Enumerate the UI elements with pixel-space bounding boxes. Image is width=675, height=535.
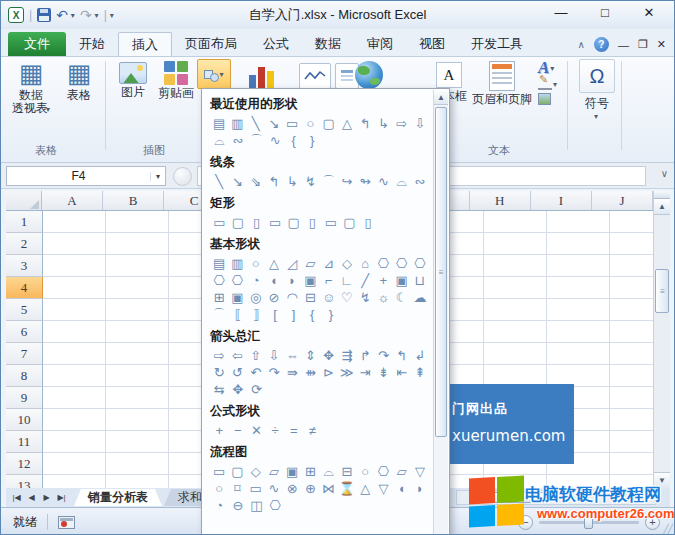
shape-swatch[interactable]: ▭	[283, 115, 301, 132]
shape-swatch[interactable]: ◎	[247, 289, 265, 306]
row-header-3[interactable]: 3	[6, 255, 43, 277]
ribbon-tab-视图[interactable]: 视图	[406, 32, 458, 56]
shape-swatch[interactable]: ☾	[393, 289, 411, 306]
shape-swatch[interactable]: ⎔	[374, 255, 392, 272]
row-header-10[interactable]: 10	[6, 409, 43, 431]
shape-swatch[interactable]: ⌒	[247, 132, 266, 149]
shape-swatch[interactable]: ⎔	[210, 272, 228, 289]
shape-swatch[interactable]: ↱	[356, 347, 374, 364]
row-header-1[interactable]: 1	[6, 211, 43, 233]
select-all-corner[interactable]	[6, 191, 42, 211]
shape-swatch[interactable]: ○	[356, 463, 374, 480]
shape-swatch[interactable]: ↳	[374, 115, 392, 132]
shape-swatch[interactable]: ⇩	[411, 115, 429, 132]
row-header-2[interactable]: 2	[6, 233, 43, 255]
shape-swatch[interactable]: ⇦	[228, 347, 246, 364]
shape-swatch[interactable]: ⇻	[301, 364, 319, 381]
shape-swatch[interactable]: ⇨	[393, 115, 411, 132]
workbook-restore-button[interactable]: ❐	[638, 38, 648, 51]
row-header-6[interactable]: 6	[6, 321, 43, 343]
shape-swatch[interactable]: ▤	[210, 255, 228, 272]
shape-swatch[interactable]: ⎔	[411, 255, 429, 272]
shape-swatch[interactable]: {	[284, 132, 303, 149]
shape-swatch[interactable]: ∿	[265, 480, 283, 497]
menu-scroll-thumb[interactable]: ≡	[435, 107, 447, 437]
row-header-13[interactable]: 13	[6, 475, 43, 488]
shape-swatch[interactable]: ◖	[265, 272, 283, 289]
sheet-tab-销量分析表[interactable]: 销量分析表	[74, 489, 162, 506]
shape-swatch[interactable]: ⎔	[374, 463, 392, 480]
shape-swatch[interactable]: ≠	[303, 422, 322, 439]
shape-swatch[interactable]: ↪	[338, 173, 356, 190]
sparkline-icon[interactable]	[299, 63, 331, 89]
shape-swatch[interactable]: ◿	[283, 255, 301, 272]
row-header-8[interactable]: 8	[6, 365, 43, 387]
shape-swatch[interactable]: ☺	[320, 289, 338, 306]
header-footer-button[interactable]: 页眉和页脚	[471, 59, 533, 106]
shape-swatch[interactable]: ∾	[411, 173, 429, 190]
menu-scroll-up-icon[interactable]: ▲	[434, 90, 448, 105]
shape-swatch[interactable]: ⇧	[247, 347, 265, 364]
shape-swatch[interactable]: ▽	[411, 463, 429, 480]
shape-swatch[interactable]: ↷	[374, 347, 392, 364]
shape-swatch[interactable]: ↬	[356, 173, 374, 190]
shape-swatch[interactable]: ◔	[247, 272, 265, 289]
shape-swatch[interactable]: ⊖	[229, 497, 248, 514]
shape-swatch[interactable]: ⌐	[320, 272, 338, 289]
shape-swatch[interactable]: ☁	[411, 289, 429, 306]
shape-swatch[interactable]: [	[266, 306, 285, 323]
shape-swatch[interactable]: ∿	[374, 173, 392, 190]
shape-swatch[interactable]: ⊕	[301, 480, 319, 497]
minimize-button[interactable]: —	[546, 5, 576, 20]
shape-swatch[interactable]: ○	[301, 115, 319, 132]
shape-swatch[interactable]: ⊟	[301, 289, 319, 306]
shape-swatch[interactable]: △	[356, 480, 374, 497]
name-box-caret[interactable]: ▾	[150, 172, 165, 181]
shape-swatch[interactable]: ♡	[338, 289, 356, 306]
scroll-up-icon[interactable]: ▲	[654, 199, 670, 215]
row-header-5[interactable]: 5	[6, 299, 43, 321]
shape-swatch[interactable]: ⌓	[393, 173, 411, 190]
shape-swatch[interactable]: ]	[284, 306, 303, 323]
shape-swatch[interactable]: ◗	[283, 272, 301, 289]
shape-swatch[interactable]: ▢	[340, 214, 359, 231]
shape-swatch[interactable]: ⊔	[411, 272, 429, 289]
shape-swatch[interactable]: ✥	[229, 381, 248, 398]
shape-swatch[interactable]: ✕	[247, 422, 266, 439]
ribbon-tab-开始[interactable]: 开始	[66, 32, 118, 56]
shape-swatch[interactable]: ▣	[283, 463, 301, 480]
shape-swatch[interactable]: }	[303, 132, 322, 149]
shape-swatch[interactable]: ▭	[322, 214, 341, 231]
shape-swatch[interactable]: ↰	[393, 347, 411, 364]
shape-swatch[interactable]: ↘	[228, 173, 246, 190]
shape-swatch[interactable]: ◫	[247, 497, 266, 514]
shape-swatch[interactable]: ↻	[210, 364, 228, 381]
shape-swatch[interactable]: ↰	[356, 115, 374, 132]
shape-swatch[interactable]: ⎔	[393, 255, 411, 272]
symbol-button[interactable]: Ω	[579, 59, 615, 93]
menu-scrollbar[interactable]: ▲ ≡	[433, 90, 448, 534]
shape-swatch[interactable]: }	[322, 306, 341, 323]
shape-swatch[interactable]: ⌓	[210, 132, 229, 149]
name-box[interactable]: F4 ▾	[6, 166, 166, 186]
shape-swatch[interactable]: ▭	[266, 214, 285, 231]
shape-swatch[interactable]: ⋈	[320, 480, 338, 497]
shape-swatch[interactable]: ╲	[247, 115, 265, 132]
shape-swatch[interactable]: ▯	[247, 214, 266, 231]
shape-swatch[interactable]: ▢	[284, 214, 303, 231]
shape-swatch[interactable]: ≫	[338, 364, 356, 381]
shape-swatch[interactable]: ○	[210, 480, 228, 497]
shape-swatch[interactable]: ⟧	[247, 306, 266, 323]
shape-swatch[interactable]: {	[303, 306, 322, 323]
chart-icon[interactable]	[249, 63, 279, 89]
shape-swatch[interactable]: ↺	[228, 364, 246, 381]
shape-swatch[interactable]: −	[229, 422, 248, 439]
shape-swatch[interactable]: ⌂	[356, 255, 374, 272]
shape-swatch[interactable]: ∾	[229, 132, 248, 149]
shape-swatch[interactable]: ⊞	[301, 463, 319, 480]
column-header-J[interactable]: J	[592, 191, 653, 211]
shape-swatch[interactable]: ⇩	[265, 347, 283, 364]
shape-swatch[interactable]: ÷	[266, 422, 285, 439]
shape-swatch[interactable]: ↷	[265, 364, 283, 381]
sheet-nav-2[interactable]: ▶	[40, 493, 53, 502]
